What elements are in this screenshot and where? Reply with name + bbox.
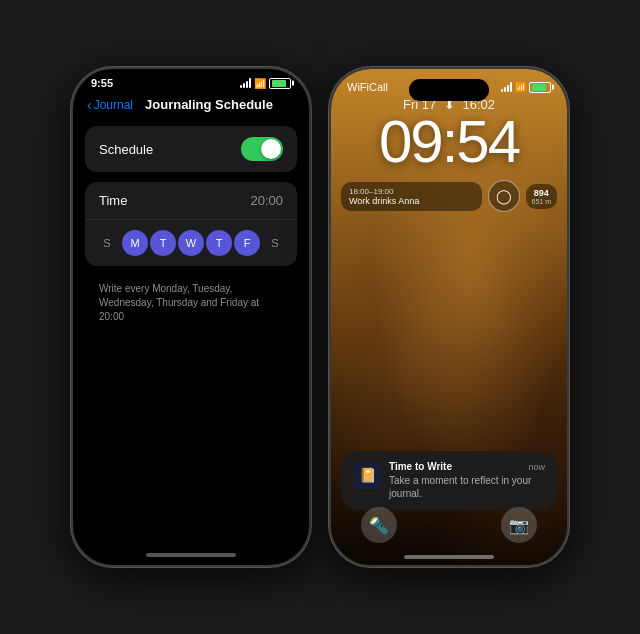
back-button[interactable]: ‹ Journal xyxy=(87,98,133,112)
schedule-card: Schedule xyxy=(85,126,297,172)
schedule-row: Schedule xyxy=(85,126,297,172)
day-button[interactable]: T xyxy=(206,230,232,256)
days-row: SMTWTFS xyxy=(85,220,297,266)
lockscreen-controls: 🔦 📷 xyxy=(331,507,567,543)
event-name: Work drinks Anna xyxy=(349,196,474,206)
schedule-description: Write every Monday, Tuesday, Wednesday, … xyxy=(85,276,297,328)
day-button[interactable]: S xyxy=(94,230,120,256)
notification-content: Time to Write now Take a moment to refle… xyxy=(389,461,545,500)
notification-header: Time to Write now xyxy=(389,461,545,472)
right-wifi-icon: 📶 xyxy=(515,82,526,92)
right-status-icons: 📶 xyxy=(501,82,551,93)
camera-btn-icon: 📷 xyxy=(509,516,529,535)
distance-num: 894 xyxy=(532,188,551,198)
dynamic-island xyxy=(409,79,489,101)
left-time: 9:55 xyxy=(91,77,113,89)
notification-app-icon: 📔 xyxy=(353,461,381,489)
notification-message: Take a moment to reflect in your journal… xyxy=(389,474,545,500)
flashlight-icon: 🔦 xyxy=(369,516,389,535)
toggle-knob xyxy=(261,139,281,159)
home-indicator xyxy=(146,553,236,557)
lockscreen-info: Fri 17 ⬇ 16:02 09:54 xyxy=(331,93,567,172)
camera-widget[interactable]: ◯ xyxy=(488,180,520,212)
settings-content: Schedule Time 20:00 SMTWTFS Write every … xyxy=(73,118,309,336)
distance-widget: 894 651 m xyxy=(526,184,557,209)
nav-bar: ‹ Journal Journaling Schedule xyxy=(73,93,309,118)
flashlight-button[interactable]: 🔦 xyxy=(361,507,397,543)
left-status-right: 📶 xyxy=(240,78,291,89)
event-widget: 18:00–19:00 Work drinks Anna xyxy=(341,182,482,211)
page-title: Journaling Schedule xyxy=(145,97,273,112)
day-button[interactable]: M xyxy=(122,230,148,256)
day-button[interactable]: T xyxy=(150,230,176,256)
camera-icon: ◯ xyxy=(496,188,512,204)
distance-unit: 651 m xyxy=(532,198,551,205)
journal-icon: 📔 xyxy=(359,467,376,483)
right-battery-icon xyxy=(529,82,551,93)
right-signal-icon xyxy=(501,82,512,92)
notification-banner[interactable]: 📔 Time to Write now Take a moment to ref… xyxy=(341,451,557,510)
right-home-indicator xyxy=(404,555,494,559)
time-row[interactable]: Time 20:00 xyxy=(85,182,297,220)
wifi-icon: 📶 xyxy=(254,78,266,89)
event-time: 18:00–19:00 xyxy=(349,187,474,196)
lockscreen-time: 09:54 xyxy=(331,112,567,172)
widgets-row: 18:00–19:00 Work drinks Anna ◯ 894 651 m xyxy=(331,172,567,220)
schedule-toggle[interactable] xyxy=(241,137,283,161)
notification-time: now xyxy=(528,462,545,472)
day-button[interactable]: F xyxy=(234,230,260,256)
schedule-label: Schedule xyxy=(99,142,153,157)
signal-icon xyxy=(240,78,251,88)
day-button[interactable]: W xyxy=(178,230,204,256)
camera-button[interactable]: 📷 xyxy=(501,507,537,543)
left-phone: 9:55 📶 ‹ Journal Journaling Schedule xyxy=(71,67,311,567)
back-chevron-icon: ‹ xyxy=(87,98,92,112)
back-label: Journal xyxy=(94,98,133,112)
notification-app-name: Time to Write xyxy=(389,461,452,472)
left-phone-notch xyxy=(146,69,236,91)
day-button[interactable]: S xyxy=(262,230,288,256)
carrier-label: WiFiCall xyxy=(347,81,388,93)
time-value: 20:00 xyxy=(250,193,283,208)
time-label: Time xyxy=(99,193,127,208)
battery-icon xyxy=(269,78,291,89)
time-card: Time 20:00 SMTWTFS xyxy=(85,182,297,266)
right-phone: WiFiCall 📶 Fri 17 ⬇ 16:02 09:54 18:00– xyxy=(329,67,569,567)
